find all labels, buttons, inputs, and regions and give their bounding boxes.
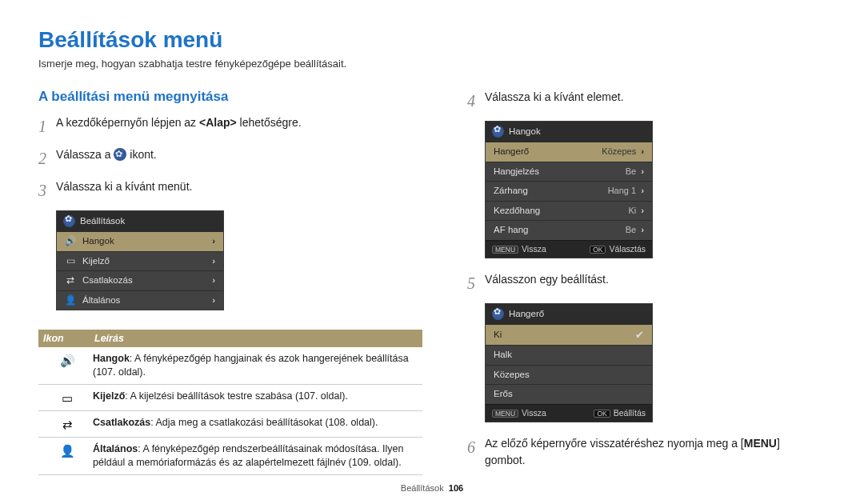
lcd-row-beep[interactable]: HangjelzésBe› — [486, 162, 652, 182]
intro-text: Ismerje meg, hogyan szabhatja testre fén… — [38, 58, 826, 70]
set-label: Beállítás — [614, 408, 646, 418]
step-3: 3 Válassza ki a kívánt menüt. — [38, 178, 422, 202]
step-6-menu: MENU — [744, 437, 777, 450]
lcd-settings-panel: Beállítások 🔊Hangok›▭Kijelző›⇄Csatlakozá… — [56, 210, 224, 310]
chevron-right-icon: › — [212, 237, 215, 246]
step-5-text: Válasszon egy beállítást. — [485, 271, 609, 295]
table-header-icon: Ikon — [43, 333, 94, 344]
chevron-right-icon: › — [641, 146, 644, 156]
lcd-volume-title: Hangerő — [509, 310, 544, 319]
lcd-row-connect[interactable]: ⇄Csatlakozás› — [57, 270, 223, 290]
lcd-settings-title: Beállítások — [80, 217, 125, 226]
lcd-row-label: Zárhang — [494, 186, 528, 196]
row-desc: : Adja meg a csatlakozási beállításokat … — [150, 417, 378, 428]
lcd-row-sound[interactable]: 🔊Hangok› — [57, 231, 223, 251]
row-desc: : A kijelzési beállítások testre szabása… — [125, 390, 348, 402]
general-icon: 👤 — [65, 296, 76, 306]
menu-btn-icon: MENU — [492, 410, 518, 418]
row-icon: ⇄ — [62, 418, 73, 432]
gear-icon — [492, 126, 504, 138]
lcd-row-display[interactable]: ▭Kijelző› — [57, 251, 223, 271]
page-title: Beállítások menü — [38, 27, 826, 53]
step-3-text: Válassza ki a kívánt menüt. — [56, 178, 192, 202]
connect-icon: ⇄ — [65, 276, 76, 286]
footer-page: 106 — [449, 483, 463, 493]
lcd-sound-panel: Hangok HangerőKözepes›HangjelzésBe›Zárha… — [485, 121, 653, 258]
chevron-right-icon: › — [641, 206, 644, 215]
step-1-text-post: lehetőségre. — [237, 116, 302, 129]
lcd-row-shutter[interactable]: ZárhangHang 1› — [486, 181, 652, 201]
row-bold: Csatlakozás — [93, 417, 150, 428]
back-label: Vissza — [522, 244, 546, 254]
lcd-volume-panel: Hangerő Ki✔HalkKözepesErős MENUVissza OK… — [485, 303, 653, 422]
step-1: 1 A kezdőképernyőn lépjen az <Alap> lehe… — [38, 114, 422, 138]
lcd-row-startup[interactable]: KezdőhangKi› — [486, 201, 652, 221]
step-2: 2 Válassza a ikont. — [38, 146, 422, 170]
footer-section: Beállítások — [401, 483, 444, 493]
gear-icon — [114, 148, 126, 161]
lcd-row-low[interactable]: Halk — [486, 345, 652, 365]
lcd-row-label: Kijelző — [82, 257, 110, 266]
table-header-desc: Leírás — [94, 333, 124, 344]
display-icon: ▭ — [65, 257, 76, 266]
menu-btn-icon: MENU — [492, 246, 518, 254]
step-1-bold: <Alap> — [199, 116, 237, 129]
chevron-right-icon: › — [641, 166, 644, 176]
step-5: 5 Válasszon egy beállítást. — [467, 271, 819, 295]
lcd-row-label: Ki — [494, 330, 502, 340]
lcd-row-label: Halk — [494, 350, 512, 360]
lcd-row-off[interactable]: Ki✔ — [486, 324, 652, 345]
lcd-row-af[interactable]: AF hangBe› — [486, 220, 652, 240]
step-4-text: Válassza ki a kívánt elemet. — [485, 89, 624, 113]
section-title: A beállítási menü megnyitása — [38, 89, 422, 105]
row-desc: : A fényképezőgép hangjainak és azok han… — [93, 353, 409, 378]
lcd-row-label: Hangjelzés — [494, 167, 539, 177]
lcd-row-value: Be — [626, 166, 636, 176]
table-row: 👤Általános: A fényképezőgép rendszerbeál… — [38, 438, 422, 475]
lcd-row-label: Csatlakozás — [82, 276, 133, 286]
row-bold: Általános — [93, 443, 138, 454]
select-label: Választás — [609, 244, 646, 254]
lcd-row-label: Kezdőhang — [494, 206, 540, 216]
chevron-right-icon: › — [641, 225, 644, 234]
lcd-row-label: Hangerő — [494, 147, 529, 157]
lcd-row-label: Hangok — [82, 237, 114, 246]
lcd-row-high[interactable]: Erős — [486, 384, 652, 404]
table-row: ⇄Csatlakozás: Adja meg a csatlakozási be… — [38, 411, 422, 438]
lcd-row-value: Közepes — [602, 146, 636, 156]
chevron-right-icon: › — [212, 296, 215, 306]
ok-btn-icon: OK — [590, 246, 606, 254]
chevron-right-icon: › — [212, 276, 215, 286]
table-row: 🔊Hangok: A fényképezőgép hangjainak és a… — [38, 347, 422, 385]
lcd-row-label: Erős — [494, 390, 513, 399]
icon-description-table: Ikon Leírás 🔊Hangok: A fényképezőgép han… — [38, 330, 422, 475]
lcd-row-label: Általános — [82, 296, 120, 306]
check-icon: ✔ — [635, 330, 644, 340]
lcd-row-general[interactable]: 👤Általános› — [57, 290, 223, 310]
lcd-row-value: Be — [626, 225, 636, 234]
step-6: 6 Az előző képernyőre visszatéréshez nyo… — [467, 435, 819, 469]
row-bold: Kijelző — [93, 390, 125, 402]
chevron-right-icon: › — [641, 186, 644, 195]
row-bold: Hangok — [93, 353, 130, 364]
step-4: 4 Válassza ki a kívánt elemet. — [467, 89, 819, 113]
row-icon: 🔊 — [60, 354, 75, 368]
lcd-row-volume[interactable]: HangerőKözepes› — [486, 142, 652, 162]
step-6-pre: Az előző képernyőre visszatéréshez nyomj… — [485, 437, 744, 450]
row-desc: : A fényképezőgép rendszerbeállításainak… — [93, 443, 403, 468]
lcd-row-label: Közepes — [494, 370, 530, 380]
table-row: ▭Kijelző: A kijelzési beállítások testre… — [38, 385, 422, 411]
gear-icon — [492, 308, 504, 320]
step-2-pre: Válassza a — [56, 148, 114, 161]
lcd-row-label: AF hang — [494, 226, 528, 235]
step-2-post: ikont. — [130, 148, 156, 161]
lcd-row-medium[interactable]: Közepes — [486, 365, 652, 385]
lcd-sound-title: Hangok — [509, 127, 541, 137]
lcd-row-value: Hang 1 — [608, 186, 636, 195]
ok-btn-icon: OK — [594, 410, 610, 418]
page-footer: Beállítások 106 — [0, 483, 864, 493]
chevron-right-icon: › — [212, 257, 215, 266]
lcd-row-value: Ki — [628, 206, 636, 215]
sound-icon: 🔊 — [65, 237, 76, 246]
gear-icon — [63, 215, 75, 227]
